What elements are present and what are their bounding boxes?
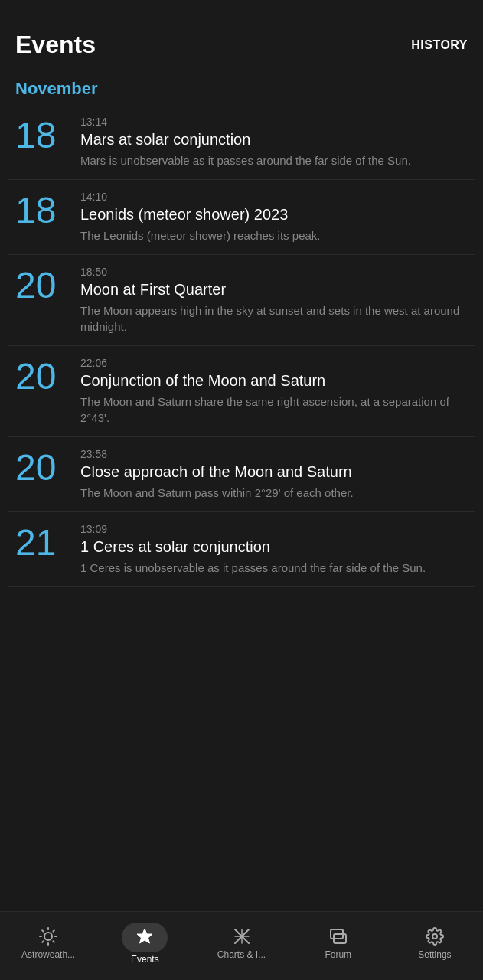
event-time: 13:09 <box>80 523 468 535</box>
event-time: 23:58 <box>80 448 468 460</box>
event-title: Moon at First Quarter <box>80 279 468 299</box>
nav-item-settings[interactable]: Settings <box>387 927 483 960</box>
nav-label-astroweather: Astroweath... <box>21 949 75 960</box>
forum-icon <box>329 927 348 946</box>
event-title: Close approach of the Moon and Saturn <box>80 462 468 482</box>
event-time: 22:06 <box>80 357 468 369</box>
event-day: 18 <box>15 191 73 229</box>
svg-line-3 <box>42 930 43 931</box>
event-title: Mars at solar conjunction <box>80 129 468 149</box>
event-day: 20 <box>15 448 73 486</box>
event-details: 23:58 Close approach of the Moon and Sat… <box>73 448 468 501</box>
event-item-3[interactable]: 20 22:06 Conjunction of the Moon and Sat… <box>8 346 475 437</box>
event-time: 14:10 <box>80 191 468 203</box>
nav-label-settings: Settings <box>418 949 451 960</box>
event-desc: The Moon and Saturn share the same right… <box>80 394 468 426</box>
svg-point-0 <box>44 933 52 940</box>
event-item-0[interactable]: 18 13:14 Mars at solar conjunction Mars … <box>8 105 475 180</box>
event-details: 14:10 Leonids (meteor shower) 2023 The L… <box>73 191 468 243</box>
event-title: Conjunction of the Moon and Saturn <box>80 371 468 390</box>
event-details: 13:14 Mars at solar conjunction Mars is … <box>73 116 468 168</box>
svg-marker-9 <box>137 929 152 943</box>
event-item-1[interactable]: 18 14:10 Leonids (meteor shower) 2023 Th… <box>8 180 475 255</box>
event-details: 18:50 Moon at First Quarter The Moon app… <box>73 266 468 335</box>
nav-label-charts: Charts & I... <box>217 949 266 960</box>
svg-line-7 <box>42 941 43 942</box>
bottom-nav: Astroweath... Events Charts & I... <box>0 911 483 980</box>
event-title: 1 Ceres at solar conjunction <box>80 537 468 557</box>
nav-item-forum[interactable]: Forum <box>290 927 387 960</box>
svg-line-4 <box>53 941 54 942</box>
svg-point-16 <box>432 934 437 939</box>
event-desc: The Moon and Saturn pass within 2°29' of… <box>80 485 468 501</box>
event-item-5[interactable]: 21 13:09 1 Ceres at solar conjunction 1 … <box>8 512 475 587</box>
events-list: 18 13:14 Mars at solar conjunction Mars … <box>0 105 483 587</box>
event-desc: The Leonids (meteor shower) reaches its … <box>80 227 468 243</box>
history-button[interactable]: HISTORY <box>411 38 468 52</box>
nav-item-charts[interactable]: Charts & I... <box>193 927 289 960</box>
svg-line-8 <box>53 930 54 931</box>
nav-item-events[interactable]: Events <box>96 923 193 965</box>
chart-icon <box>233 927 251 946</box>
page-title: Events <box>15 31 96 59</box>
event-day: 20 <box>15 266 73 304</box>
nav-item-astroweather[interactable]: Astroweath... <box>0 927 96 960</box>
event-desc: Mars is unobservable as it passes around… <box>80 152 468 168</box>
event-desc: The Moon appears high in the sky at suns… <box>80 302 468 335</box>
star-icon <box>135 927 154 946</box>
event-day: 18 <box>15 116 73 154</box>
month-label: November <box>0 67 483 105</box>
event-details: 13:09 1 Ceres at solar conjunction 1 Cer… <box>73 523 468 576</box>
sun-icon <box>39 927 57 946</box>
event-desc: 1 Ceres is unobservable as it passes aro… <box>80 560 468 576</box>
event-day: 20 <box>15 357 73 395</box>
page-header: Events HISTORY <box>0 0 483 67</box>
event-item-2[interactable]: 20 18:50 Moon at First Quarter The Moon … <box>8 255 475 346</box>
event-item-4[interactable]: 20 23:58 Close approach of the Moon and … <box>8 437 475 512</box>
event-time: 13:14 <box>80 116 468 128</box>
nav-label-forum: Forum <box>325 949 351 960</box>
nav-label-events: Events <box>131 954 159 965</box>
event-time: 18:50 <box>80 266 468 278</box>
event-title: Leonids (meteor shower) 2023 <box>80 204 468 224</box>
event-details: 22:06 Conjunction of the Moon and Saturn… <box>73 357 468 426</box>
settings-icon <box>426 927 444 946</box>
event-day: 21 <box>15 523 73 561</box>
